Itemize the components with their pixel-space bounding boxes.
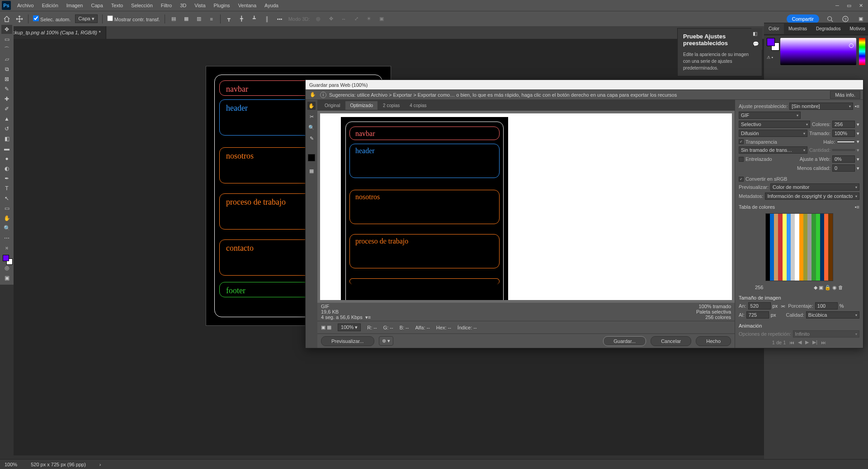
cancel-button[interactable]: Cancelar	[651, 336, 691, 346]
adjustments-icon[interactable]: ◧	[753, 31, 761, 37]
done-button[interactable]: Hecho	[696, 336, 731, 346]
dither-select[interactable]: Difusión	[739, 130, 807, 137]
slice-tool-icon[interactable]: ✂	[307, 113, 316, 121]
dither-amount-input[interactable]: 100%	[832, 130, 855, 137]
marquee-tool-icon[interactable]: ▭	[1, 35, 12, 44]
menu-imagen[interactable]: Imagen	[63, 1, 87, 10]
menu-edicion[interactable]: Edición	[38, 1, 62, 10]
quality-select[interactable]: Bicúbica	[806, 311, 859, 319]
healing-tool-icon[interactable]: ✚	[1, 94, 12, 103]
preset-menu-icon[interactable]: •≡	[855, 103, 859, 109]
selection-tool-icon[interactable]: ▱	[1, 55, 12, 64]
interlace-checkbox[interactable]	[739, 157, 744, 162]
align-left-icon[interactable]: ▤	[170, 15, 178, 23]
close-icon[interactable]: ✕	[855, 1, 866, 9]
menu-ventana[interactable]: Ventana	[235, 1, 260, 10]
eraser-tool-icon[interactable]: ◧	[1, 134, 12, 143]
minimize-icon[interactable]: ─	[832, 1, 843, 9]
menu-capa[interactable]: Capa	[87, 1, 106, 10]
screenmode-icon[interactable]: ▣	[1, 273, 12, 282]
type-tool-icon[interactable]: T	[1, 184, 12, 193]
eyedropper-tool-icon[interactable]: ✎	[307, 134, 316, 142]
link-dimensions-icon[interactable]: ⫘	[780, 303, 785, 309]
status-zoom[interactable]: 100%	[5, 462, 17, 467]
preview-pane[interactable]: navbar header nosotros proceso de trabaj…	[317, 111, 735, 303]
tab-original[interactable]: Original	[320, 101, 344, 110]
color-swatch[interactable]	[3, 255, 11, 263]
zoom-tool-icon[interactable]: 🔍	[1, 224, 12, 233]
matte-swatch[interactable]	[837, 141, 855, 143]
brush-tool-icon[interactable]: ✐	[1, 104, 12, 113]
colortable-icons[interactable]: ◆ ▣ 🔒 ◉ 🗑	[814, 285, 843, 291]
swap-colors-icon[interactable]: ⤭	[1, 244, 12, 253]
colortable-menu-icon[interactable]: •≡	[855, 204, 859, 210]
home-icon[interactable]	[3, 15, 11, 23]
align-top-icon[interactable]: ┳	[225, 15, 233, 23]
tab-swatches[interactable]: Muestras	[784, 23, 811, 34]
lossy-input[interactable]: 0	[832, 164, 855, 172]
workspace-icon[interactable]: ▣	[856, 14, 865, 23]
zoom-tool-icon[interactable]: 🔍	[307, 123, 316, 131]
preset-select[interactable]: [Sin nombre]	[789, 103, 853, 110]
format-select[interactable]: GIF	[739, 112, 801, 119]
status-chevron-icon[interactable]: ›	[99, 462, 101, 467]
toggle-slices-icon[interactable]: ▣ ▦	[321, 324, 331, 330]
preview-button[interactable]: Previsualizar...	[321, 336, 374, 346]
search-icon[interactable]	[826, 14, 835, 23]
show-transform-checkbox[interactable]: Mostrar contr. transf.	[107, 15, 160, 22]
tab-2up[interactable]: 2 copias	[378, 101, 404, 110]
browser-select-icon[interactable]: ⊕ ▾	[379, 336, 393, 346]
color-swatches[interactable]: ⚠ ▪	[767, 38, 778, 73]
menu-plugins[interactable]: Plugins	[210, 1, 234, 10]
align-center-icon[interactable]: ▦	[182, 15, 190, 23]
menu-vista[interactable]: Vista	[191, 1, 209, 10]
align-stretch-icon[interactable]: ║	[263, 15, 271, 23]
gradient-tool-icon[interactable]: ▬	[1, 144, 12, 153]
status-dims[interactable]: 520 px x 725 px (96 ppp)	[31, 462, 86, 467]
width-input[interactable]: 520	[748, 302, 771, 310]
align-right-icon[interactable]: ▥	[195, 15, 203, 23]
move-tool-icon[interactable]: ✥	[1, 25, 12, 34]
document-tab[interactable]: mockup_tp.png al 100% (Capa 1, RGB/8) *	[0, 26, 106, 39]
auto-select-kind-select[interactable]: Capa ▾	[75, 14, 97, 23]
share-button[interactable]: Compartir	[787, 14, 819, 23]
crop-tool-icon[interactable]: ⧉	[1, 65, 12, 74]
hue-slider[interactable]	[859, 38, 865, 65]
tab-optimized[interactable]: Optimizado	[345, 101, 377, 110]
more-info-button[interactable]: Más info.	[830, 91, 860, 99]
percent-input[interactable]: 100	[815, 302, 838, 310]
transp-dither-select[interactable]: Sin tramado de trans…	[739, 146, 807, 154]
menu-3d[interactable]: 3D	[176, 1, 190, 10]
edit-toolbar-icon[interactable]: ⋯	[1, 234, 12, 243]
color-table[interactable]	[765, 213, 833, 281]
save-button[interactable]: Guardar...	[603, 336, 646, 346]
srgb-checkbox[interactable]: ✓	[739, 177, 744, 182]
menu-archivo[interactable]: Archivo	[14, 1, 38, 10]
move-tool-icon[interactable]	[15, 15, 24, 23]
preview-profile-select[interactable]: Color de monitor	[770, 183, 859, 191]
tab-color[interactable]: Color	[764, 23, 784, 34]
history-brush-tool-icon[interactable]: ↺	[1, 124, 12, 133]
transparency-checkbox[interactable]: ✓	[739, 139, 744, 144]
websnap-input[interactable]: 0%	[832, 155, 855, 163]
auto-select-checkbox[interactable]: Selec. autom.	[33, 15, 71, 22]
metadata-select[interactable]: Información de copyright y de contacto	[765, 192, 859, 200]
slice-visibility-icon[interactable]: ▦	[307, 167, 316, 175]
menu-ayuda[interactable]: Ayuda	[261, 1, 282, 10]
menu-filtro[interactable]: Filtro	[157, 1, 175, 10]
menu-seleccion[interactable]: Selección	[127, 1, 156, 10]
distribute-icon[interactable]: ≡	[208, 15, 216, 23]
eyedropper-tool-icon[interactable]: ✎	[1, 84, 12, 94]
frame-tool-icon[interactable]: ⊠	[1, 75, 12, 84]
colors-input[interactable]: 256	[832, 121, 855, 128]
stamp-tool-icon[interactable]: ▲	[1, 114, 12, 123]
dodge-tool-icon[interactable]: ◐	[1, 164, 12, 173]
blur-tool-icon[interactable]: ●	[1, 154, 12, 163]
shape-tool-icon[interactable]: ▭	[1, 204, 12, 213]
align-middle-icon[interactable]: ╋	[238, 15, 246, 23]
path-tool-icon[interactable]: ↖	[1, 194, 12, 203]
menu-texto[interactable]: Texto	[108, 1, 127, 10]
tab-patterns[interactable]: Motivos	[845, 23, 868, 34]
hand-preview-icon[interactable]: ✋	[308, 92, 317, 98]
quickmask-icon[interactable]: ◎	[1, 263, 12, 272]
